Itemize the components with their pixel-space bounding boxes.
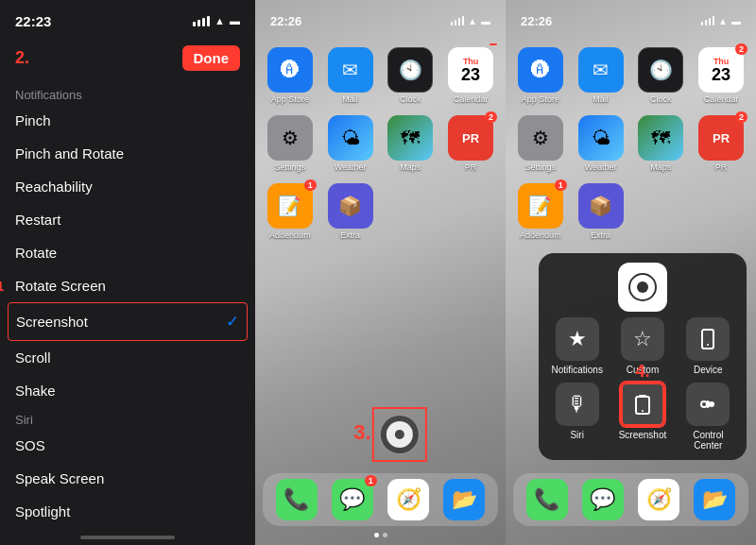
extra-label: Extra bbox=[340, 230, 360, 240]
r-pr-wrap[interactable]: PR 2 PR bbox=[694, 115, 748, 172]
r-settings-wrap[interactable]: ⚙ Settings bbox=[513, 115, 568, 172]
r-addendum-badge: 1 bbox=[555, 179, 567, 191]
r-maps-label: Maps bbox=[650, 162, 671, 172]
right-app-grid-row3: 📝 1 Addendum 📦 Extra bbox=[506, 178, 756, 246]
pr-label: PR bbox=[465, 162, 477, 172]
menu-item-voice-control[interactable]: Voice Control bbox=[0, 528, 255, 532]
phone-dock-wrap[interactable]: 📞 bbox=[276, 479, 318, 520]
app-store-wrap[interactable]: 🅐 App Store bbox=[263, 47, 318, 104]
status-icons-right: ▲ ▬ bbox=[193, 15, 240, 26]
r-extra-label: Extra bbox=[591, 230, 610, 240]
menu-list[interactable]: NotificationsPinchPinch and RotateReacha… bbox=[0, 78, 255, 532]
menu-item-label: Speak Screen bbox=[15, 470, 104, 486]
maps-icon: 🗺 bbox=[387, 115, 433, 161]
bar4r bbox=[713, 16, 714, 26]
right-panel: 22:26 ▲ ▬ 🅐 App Store ✉ Mail 🕙 bbox=[506, 0, 756, 545]
wifi-icon-r: ▲ bbox=[718, 16, 728, 26]
svg-point-1 bbox=[707, 344, 709, 346]
weather-wrap[interactable]: 🌤 Weather bbox=[323, 115, 378, 172]
menu-item-screenshot[interactable]: Screenshot✓ bbox=[8, 302, 248, 341]
r-files-dock-wrap[interactable]: 📂 bbox=[694, 479, 735, 520]
menu-item-speak-screen[interactable]: Speak Screen bbox=[0, 462, 255, 495]
menu-item-shake[interactable]: Shake bbox=[0, 374, 255, 407]
menu-item-restart[interactable]: Restart bbox=[0, 203, 255, 236]
at-top-icon-dot bbox=[637, 281, 648, 293]
r-safari-dock-wrap[interactable]: 🧭 bbox=[638, 479, 679, 520]
files-dock-wrap[interactable]: 📂 bbox=[443, 479, 485, 520]
at-custom-icon: ☆ bbox=[621, 317, 664, 361]
checkmark-icon: ✓ bbox=[226, 312, 239, 332]
extra-wrap[interactable]: 📦 Extra bbox=[323, 183, 378, 240]
r-phone-dock-icon: 📞 bbox=[526, 479, 568, 520]
empty-icon2 bbox=[448, 183, 493, 229]
at-item-siri[interactable]: 🎙 Siri bbox=[548, 383, 606, 451]
r-extra-wrap[interactable]: 📦 Extra bbox=[574, 183, 628, 240]
r-settings-label: Settings bbox=[525, 162, 557, 172]
svg-rect-7 bbox=[706, 400, 710, 408]
r-clock-label: Clock bbox=[650, 94, 672, 104]
wifi-icon-m: ▲ bbox=[468, 16, 477, 26]
menu-item-label: Spotlight bbox=[15, 503, 70, 519]
wifi-icon: ▲ bbox=[215, 15, 225, 26]
menu-item-pinch-and-rotate[interactable]: Pinch and Rotate bbox=[0, 137, 255, 170]
step1-marker: 1 bbox=[0, 278, 4, 294]
messages-dock-wrap[interactable]: 💬 1 bbox=[332, 479, 373, 520]
status-icons-middle: ▲ ▬ bbox=[451, 16, 490, 26]
r-messages-dock-icon: 💬 bbox=[582, 479, 624, 520]
mail-icon: ✉ bbox=[328, 47, 373, 93]
menu-item-scroll[interactable]: Scroll bbox=[0, 341, 255, 374]
r-addendum-wrap[interactable]: 📝 1 Addendum bbox=[513, 183, 568, 240]
at-item-screenshot[interactable]: Screenshot 4. bbox=[613, 383, 671, 451]
at-top-icon-box bbox=[618, 263, 667, 312]
battery-icon: ▬ bbox=[230, 15, 240, 26]
at-menu-top-icon bbox=[548, 263, 737, 312]
weather-label: Weather bbox=[335, 162, 367, 172]
r-messages-dock-wrap[interactable]: 💬 bbox=[582, 479, 624, 520]
r-app-store-wrap[interactable]: 🅐 App Store bbox=[513, 47, 568, 104]
battery-icon-m: ▬ bbox=[481, 16, 490, 26]
dock-right: 📞 💬 🧭 📂 bbox=[513, 473, 748, 526]
at-notifications-icon: ★ bbox=[556, 317, 599, 361]
menu-item-spotlight[interactable]: Spotlight bbox=[0, 495, 255, 528]
r-weather-wrap[interactable]: 🌤 Weather bbox=[574, 115, 628, 172]
clock-wrap[interactable]: 🕙 Clock bbox=[384, 47, 438, 104]
calendar-wrap[interactable]: Thu23 Calendar bbox=[443, 47, 498, 104]
mail-wrap[interactable]: ✉ Mail bbox=[323, 47, 378, 104]
at-top-icon-inner bbox=[628, 273, 657, 301]
weather-icon: 🌤 bbox=[328, 115, 373, 161]
r-settings-icon: ⚙ bbox=[518, 115, 563, 161]
at-item-device[interactable]: Device bbox=[679, 317, 737, 375]
r-calendar-label: Calendar bbox=[704, 94, 739, 104]
done-button[interactable]: Done bbox=[182, 45, 241, 71]
time-middle: 22:26 bbox=[270, 14, 301, 28]
menu-item-pinch[interactable]: Pinch bbox=[0, 104, 255, 137]
menu-item-label: Notifications bbox=[15, 88, 82, 102]
menu-item-rotate[interactable]: Rotate bbox=[0, 236, 255, 269]
pr-badge: 2 bbox=[485, 111, 497, 123]
calendar-label: Calendar bbox=[454, 94, 489, 104]
r-calendar-wrap[interactable]: Thu23 2 Calendar bbox=[694, 47, 748, 104]
safari-dock-wrap[interactable]: 🧭 bbox=[387, 479, 429, 520]
maps-wrap[interactable]: 🗺 Maps bbox=[384, 115, 438, 172]
r-mail-wrap[interactable]: ✉ Mail bbox=[574, 47, 628, 104]
r-maps-wrap[interactable]: 🗺 Maps bbox=[634, 115, 689, 172]
r-app-store-icon: 🅐 bbox=[518, 47, 563, 93]
addendum-wrap[interactable]: 📝 1 Addendum bbox=[263, 183, 318, 240]
left-panel: 22:23 ▲ ▬ 2. Done NotificationsPinchPinc… bbox=[0, 0, 255, 545]
at-item-control-center[interactable]: Control Center bbox=[679, 383, 737, 451]
at-item-notifications[interactable]: ★ Notifications bbox=[548, 317, 606, 375]
pr-wrap[interactable]: PR 2 PR bbox=[443, 115, 498, 172]
menu-item-label: Pinch and Rotate bbox=[15, 145, 124, 162]
clock-label: Clock bbox=[400, 94, 421, 104]
r-phone-dock-wrap[interactable]: 📞 bbox=[526, 479, 568, 520]
menu-item-rotate-screen[interactable]: 1Rotate Screen bbox=[0, 269, 255, 302]
menu-item-reachability[interactable]: Reachability bbox=[0, 170, 255, 203]
menu-item-sos[interactable]: SOS bbox=[0, 429, 255, 462]
bar1r bbox=[701, 22, 703, 26]
calendar-icon: Thu23 bbox=[448, 47, 493, 93]
r-clock-wrap[interactable]: 🕙 Clock bbox=[634, 47, 689, 104]
app-grid-row1: 🅐 App Store ✉ Mail 🕙 Clock Thu23 Calenda… bbox=[255, 42, 506, 110]
safari-dock-icon: 🧭 bbox=[387, 479, 429, 520]
settings-wrap[interactable]: ⚙ Settings bbox=[263, 115, 318, 172]
r-app-store-label: App Store bbox=[522, 94, 559, 104]
